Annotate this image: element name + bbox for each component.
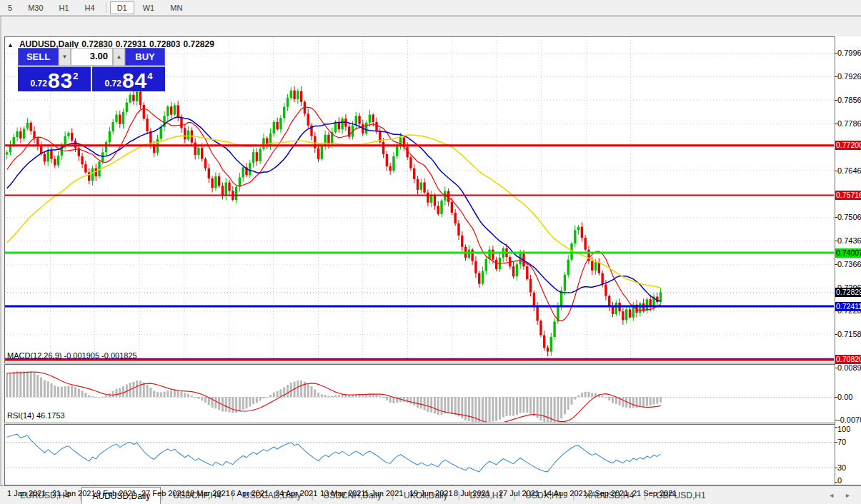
- buy-price-big: 84: [122, 70, 147, 91]
- timeframe-button-W1[interactable]: W1: [136, 1, 162, 14]
- ohlc-close: 0.72829: [183, 39, 214, 49]
- one-click-trading-panel: SELL ▼ 3.00 ▲ BUY 0.72 83 2 0.72 84 4: [18, 48, 165, 91]
- price-axis-label: 0.78560: [837, 96, 861, 104]
- date-label: 21 Jan 2021: [52, 489, 96, 498]
- date-label: 27 Feb 2021: [141, 489, 186, 498]
- date-label: 21 Sep 2021: [632, 489, 677, 498]
- collapse-trade-panel-icon[interactable]: ▲: [7, 41, 14, 49]
- rsi-axis-label: 100: [837, 425, 850, 433]
- timeframe-button-M30[interactable]: M30: [21, 1, 50, 14]
- macd-axis-label: 0.00: [837, 393, 852, 401]
- price-axis-label: 0.71580: [837, 330, 861, 338]
- tab-scroll-right-icon[interactable]: ►: [845, 492, 851, 499]
- volume-increase-button[interactable]: ▲: [113, 48, 125, 66]
- buy-price-frac: 0.72: [105, 79, 121, 89]
- price-tag: 0.75716: [835, 191, 861, 200]
- tab-scroll-controls: ◄►: [828, 486, 861, 504]
- date-label: 24 Apr 2021: [275, 489, 317, 498]
- sell-price-frac: 0.72: [31, 79, 47, 89]
- mt4-window: 5M30H1H4D1W1MN ▲AUDUSD,Daily0.728300.729…: [0, 0, 861, 504]
- price-axis-label: 0.77860: [837, 119, 861, 128]
- price-axis-label: 0.79960: [837, 49, 861, 57]
- rsi-axis-label: 0: [837, 476, 842, 485]
- date-label: 14 Aug 2021: [543, 489, 587, 498]
- date-label: 9 Feb 2021: [96, 489, 136, 498]
- rsi-axis-label: 30: [837, 463, 846, 472]
- date-label: 2 Sep 2021: [588, 489, 628, 498]
- price-tag: 0.72829: [835, 288, 861, 297]
- sell-button[interactable]: SELL: [18, 48, 59, 66]
- price-axis-label: 0.79260: [837, 72, 861, 81]
- sell-price-big: 83: [48, 70, 73, 91]
- date-label: 19 Jun 2021: [409, 489, 453, 498]
- buy-price-display[interactable]: 0.72 84 4: [92, 66, 165, 91]
- timeframe-button-MN[interactable]: MN: [163, 1, 189, 14]
- macd-indicator-label: MACD(12,26,9) -0.001905 -0.001825: [7, 351, 137, 360]
- tab-scroll-left-icon[interactable]: ◄: [828, 492, 835, 499]
- price-tag: 0.70820: [835, 355, 861, 364]
- sell-price-display[interactable]: 0.72 83 2: [18, 66, 91, 91]
- price-axis-label: 0.76460: [837, 166, 861, 175]
- buy-button[interactable]: BUY: [125, 48, 165, 66]
- date-label: 6 Apr 2021: [231, 489, 269, 498]
- volume-input[interactable]: 3.00: [71, 48, 113, 66]
- rsi-axis-label: 70: [837, 438, 846, 446]
- date-label: 8 Jul 2021: [454, 489, 490, 498]
- buy-price-sup: 4: [147, 71, 152, 81]
- date-label: 27 Jul 2021: [499, 489, 539, 498]
- timeframe-button-H4[interactable]: H4: [78, 1, 102, 14]
- chart-window: ▲AUDUSD,Daily0.728300.729310.728030.7282…: [0, 16, 861, 486]
- price-axis-label: 0.73660: [837, 260, 861, 268]
- macd-axis-label: -0.00701: [837, 415, 861, 424]
- timeframe-button-H1[interactable]: H1: [52, 1, 76, 14]
- timeframe-button-5[interactable]: 5: [1, 1, 19, 14]
- date-label: 1 Jan 2021: [7, 489, 46, 498]
- price-tag: 0.74007: [835, 248, 861, 258]
- price-axis-label: 0.75060: [837, 213, 861, 221]
- sell-price-sup: 2: [73, 71, 78, 81]
- date-label: 1 Jun 2021: [364, 489, 403, 498]
- price-tag: 0.77200: [835, 141, 861, 150]
- rsi-indicator-label: RSI(14) 46.1753: [7, 411, 65, 420]
- volume-decrease-button[interactable]: ▼: [59, 48, 71, 66]
- date-label: 13 May 2021: [320, 489, 366, 498]
- timeframe-button-D1[interactable]: D1: [110, 1, 134, 14]
- date-label: 18 Mar 2021: [186, 489, 230, 498]
- price-tag: 0.72411: [835, 302, 861, 311]
- price-axis-label: 0.74360: [837, 236, 861, 245]
- macd-axis-label: 0.008904: [837, 363, 861, 372]
- toolbar-separator: [106, 2, 106, 13]
- timeframe-toolbar: 5M30H1H4D1W1MN: [0, 0, 861, 16]
